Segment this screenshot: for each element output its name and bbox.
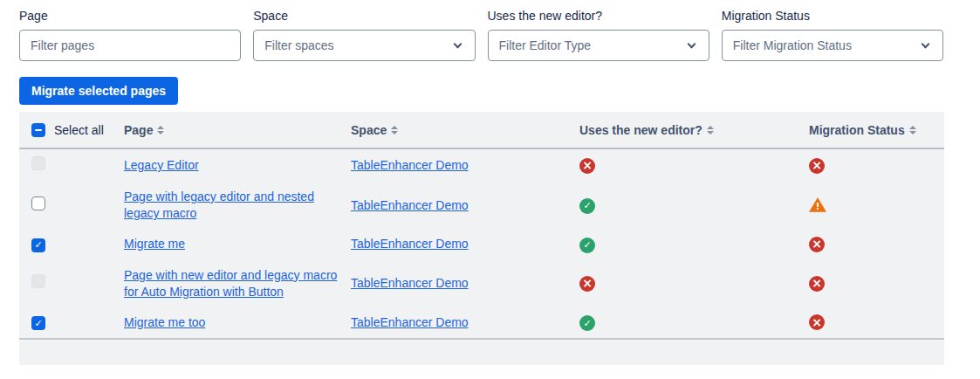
table-row: Page with legacy editor and nested legac… bbox=[19, 182, 944, 229]
space-link[interactable]: TableEnhancer Demo bbox=[351, 315, 469, 329]
table-row: Legacy Editor TableEnhancer Demo bbox=[19, 148, 944, 182]
column-header-select-all: Select all bbox=[19, 112, 124, 148]
chevron-down-icon bbox=[922, 40, 930, 49]
page-link[interactable]: Migrate me too bbox=[124, 315, 205, 329]
filter-field-page: Page bbox=[19, 9, 241, 61]
column-header-page-label: Page bbox=[124, 123, 153, 137]
cross-icon bbox=[809, 276, 825, 292]
space-link[interactable]: TableEnhancer Demo bbox=[351, 276, 469, 290]
filter-field-migration-status: Migration Status Filter Migration Status bbox=[722, 9, 943, 61]
space-link[interactable]: TableEnhancer Demo bbox=[351, 158, 469, 172]
space-filter-label: Space bbox=[253, 9, 475, 23]
space-filter-value: Filter spaces bbox=[264, 38, 333, 52]
filter-bar: Page Space Filter spaces Uses the new ed… bbox=[19, 9, 943, 61]
column-header-space[interactable]: Space bbox=[351, 112, 579, 148]
column-header-editor[interactable]: Uses the new editor? bbox=[579, 112, 809, 148]
page-filter-label: Page bbox=[19, 9, 241, 23]
page-link[interactable]: Migrate me bbox=[124, 237, 185, 251]
select-all-label: Select all bbox=[54, 123, 104, 137]
filter-field-editor: Uses the new editor? Filter Editor Type bbox=[488, 9, 709, 61]
warning-icon bbox=[809, 197, 826, 213]
table-row: Page with new editor and legacy macro fo… bbox=[19, 260, 944, 307]
chevron-down-icon bbox=[453, 40, 462, 49]
row-checkbox[interactable] bbox=[31, 238, 45, 252]
table-header-row: Select all Page Space bbox=[19, 112, 944, 148]
row-checkbox bbox=[31, 274, 45, 288]
column-header-migration-status-label: Migration Status bbox=[809, 123, 905, 137]
select-all-checkbox[interactable] bbox=[31, 123, 45, 137]
column-header-space-label: Space bbox=[351, 123, 387, 137]
row-checkbox[interactable] bbox=[31, 196, 45, 210]
check-icon bbox=[579, 315, 595, 331]
migration-status-filter-value: Filter Migration Status bbox=[733, 38, 852, 52]
migrate-selected-button[interactable]: Migrate selected pages bbox=[19, 77, 178, 105]
page-link[interactable]: Legacy Editor bbox=[124, 158, 199, 172]
chevron-down-icon bbox=[687, 40, 696, 49]
sort-icon bbox=[707, 126, 714, 134]
cross-icon bbox=[809, 237, 825, 252]
page-root: Page Space Filter spaces Uses the new ed… bbox=[0, 9, 980, 365]
sort-icon bbox=[909, 126, 916, 134]
cross-icon bbox=[809, 158, 825, 174]
check-icon bbox=[579, 198, 595, 214]
cross-icon bbox=[579, 158, 595, 174]
column-header-page[interactable]: Page bbox=[124, 112, 351, 148]
check-icon bbox=[579, 238, 595, 253]
column-header-editor-label: Uses the new editor? bbox=[579, 123, 702, 137]
space-link[interactable]: TableEnhancer Demo bbox=[351, 198, 469, 212]
space-link[interactable]: TableEnhancer Demo bbox=[351, 237, 469, 251]
column-header-migration-status[interactable]: Migration Status bbox=[809, 112, 944, 148]
space-filter-select[interactable]: Filter spaces bbox=[253, 30, 475, 61]
migration-status-filter-select[interactable]: Filter Migration Status bbox=[722, 30, 943, 61]
cross-icon bbox=[579, 276, 595, 292]
editor-filter-label: Uses the new editor? bbox=[488, 9, 709, 23]
cross-icon bbox=[809, 314, 825, 330]
row-checkbox bbox=[31, 156, 45, 170]
row-checkbox[interactable] bbox=[31, 316, 45, 330]
page-filter-input[interactable] bbox=[19, 30, 241, 61]
table-row: Migrate me too TableEnhancer Demo bbox=[19, 307, 944, 340]
filter-field-space: Space Filter spaces bbox=[253, 9, 475, 61]
sort-icon bbox=[391, 126, 398, 134]
editor-filter-select[interactable]: Filter Editor Type bbox=[488, 30, 709, 61]
page-link[interactable]: Page with new editor and legacy macro fo… bbox=[124, 268, 337, 299]
table-row: Migrate me TableEnhancer Demo bbox=[19, 229, 944, 260]
sort-icon bbox=[157, 126, 164, 134]
page-link[interactable]: Page with legacy editor and nested legac… bbox=[124, 190, 314, 220]
editor-filter-value: Filter Editor Type bbox=[499, 38, 592, 52]
migration-status-filter-label: Migration Status bbox=[722, 9, 943, 23]
pages-table: Select all Page Space bbox=[19, 112, 944, 365]
